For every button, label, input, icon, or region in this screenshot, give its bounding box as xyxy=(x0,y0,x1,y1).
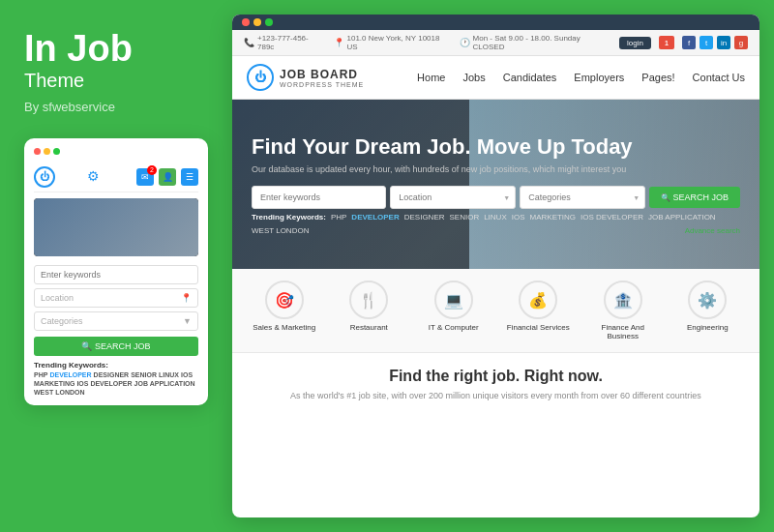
tag-designer: DESIGNER xyxy=(94,371,130,378)
tag-senior: SENIOR xyxy=(131,371,157,378)
phone-icon: 📞 xyxy=(244,38,254,47)
finance-business-label: Finance And Business xyxy=(585,323,661,340)
desktop-nav: ⏻ JOB BOARD WORDPRESS THEME Home Jobs Ca… xyxy=(232,56,759,100)
engineering-icon: ⚙️ xyxy=(688,281,727,319)
tag-west-london: WEST LONDON xyxy=(34,389,85,396)
mobile-hero-bg xyxy=(34,198,198,256)
desktop-dot-red xyxy=(242,18,250,26)
dot-red xyxy=(34,148,41,155)
mobile-logo: ⏻ xyxy=(34,166,55,188)
finance-business-icon: 🏦 xyxy=(604,281,642,319)
mobile-header xyxy=(34,148,198,155)
nav-candidates[interactable]: Candidates xyxy=(503,72,557,83)
badge-count: 2 xyxy=(147,165,157,175)
nav-home[interactable]: Home xyxy=(417,72,445,83)
sales-label: Sales & Marketing xyxy=(253,323,315,332)
dot-green xyxy=(53,148,60,155)
desktop-hero: Find Your Dream Job. Move Up Today Our d… xyxy=(232,100,759,269)
location-icon: 📍 xyxy=(334,38,344,47)
menu-icon: ☰ xyxy=(181,168,198,186)
nav-employers[interactable]: Employers xyxy=(574,72,624,83)
notification-count: 1 xyxy=(659,36,674,49)
twitter-icon[interactable]: t xyxy=(700,36,713,49)
sales-icon: 🎯 xyxy=(265,281,304,319)
mobile-trending: Trending Keywords: PHP DEVELOPER DESIGNE… xyxy=(34,361,198,396)
trend-job-application: JOB APPLICATION xyxy=(648,213,716,222)
login-button[interactable]: login xyxy=(619,37,651,49)
desktop-dot-green xyxy=(265,18,273,26)
desktop-dots xyxy=(242,18,273,26)
hero-trending: Trending Keywords: PHP DEVELOPER DESIGNE… xyxy=(252,213,740,235)
tag-linux: LINUX xyxy=(159,371,179,378)
it-label: IT & Computer xyxy=(429,323,479,332)
tag-marketing: MARKETING xyxy=(34,380,74,387)
category-sales[interactable]: 🎯 Sales & Marketing xyxy=(247,281,322,340)
category-restaurant[interactable]: 🍴 Restaurant xyxy=(332,281,407,340)
facebook-icon[interactable]: f xyxy=(682,36,696,49)
trend-developer: DEVELOPER xyxy=(351,213,399,222)
infobar-right: login 1 f t in g xyxy=(619,36,748,49)
nav-contact[interactable]: Contact Us xyxy=(693,72,745,83)
hero-background xyxy=(469,100,759,269)
mobile-keyword-input[interactable] xyxy=(34,265,198,284)
infobar-address: 📍 101.0 New York, NY 10018 US xyxy=(334,34,448,51)
hero-location-wrap xyxy=(390,186,516,209)
mobile-nav-icons: ✉ 2 👤 ☰ xyxy=(136,168,198,186)
advance-search-link[interactable]: Advance search xyxy=(685,226,740,235)
category-finance-business[interactable]: 🏦 Finance And Business xyxy=(585,281,661,340)
notification-badge: ✉ 2 xyxy=(136,168,154,186)
mobile-dots xyxy=(34,148,60,155)
desktop-bottom: Find the right job. Right now. As the wo… xyxy=(232,353,759,410)
mobile-location-input[interactable]: Location 📍 xyxy=(34,288,198,308)
brand-title: In Job xyxy=(24,29,213,70)
infobar-hours: 🕐 Mon - Sat 9.00 - 18.00. Sunday CLOSED xyxy=(460,34,609,51)
nav-jobs[interactable]: Jobs xyxy=(462,72,485,83)
mobile-preview: ⏻ ⚙ ✉ 2 👤 ☰ Location 📍 Categories ▼ xyxy=(24,138,208,405)
brand-by: By sfwebservice xyxy=(24,100,213,114)
financial-label: Financial Services xyxy=(507,323,570,332)
tag-ios: IOS xyxy=(181,371,193,378)
nav-pages[interactable]: Pages! xyxy=(641,72,674,83)
category-engineering[interactable]: ⚙️ Engineering xyxy=(670,281,746,340)
nav-logo-text: JOB BOARD WORDPRESS THEME xyxy=(280,68,364,88)
it-icon: 💻 xyxy=(434,281,473,319)
infobar-phone: 📞 +123-777-456-789c xyxy=(244,34,322,51)
desktop-categories: 🎯 Sales & Marketing 🍴 Restaurant 💻 IT & … xyxy=(232,269,759,353)
category-financial[interactable]: 💰 Financial Services xyxy=(501,281,577,340)
trend-ios: IOS xyxy=(512,213,525,222)
mobile-nav-row: ⏻ ⚙ ✉ 2 👤 ☰ xyxy=(34,163,198,192)
hero-search-button[interactable]: SEARCH JOB xyxy=(649,187,740,208)
tag-php: PHP xyxy=(34,371,47,378)
location-pin-icon: 📍 xyxy=(181,293,192,303)
trend-designer: DESIGNER xyxy=(404,213,445,222)
engineering-label: Engineering xyxy=(687,323,729,332)
tag-developer: DEVELOPER xyxy=(49,371,91,378)
mobile-search-button[interactable]: 🔍 SEARCH JOB xyxy=(34,337,198,356)
hero-category-input[interactable] xyxy=(520,186,645,209)
category-it[interactable]: 💻 IT & Computer xyxy=(416,281,491,340)
restaurant-label: Restaurant xyxy=(350,323,388,332)
brand-subtitle: Theme xyxy=(24,70,213,92)
desktop-infobar: 📞 +123-777-456-789c 📍 101.0 New York, NY… xyxy=(232,30,759,56)
chevron-down-icon: ▼ xyxy=(183,316,192,326)
trend-ios-developer: IOS DEVELOPER xyxy=(580,213,643,222)
linkedin-icon[interactable]: in xyxy=(717,36,730,49)
hero-location-input[interactable] xyxy=(390,186,516,209)
clock-icon: 🕐 xyxy=(460,38,470,47)
mobile-category-select[interactable]: Categories ▼ xyxy=(34,311,198,331)
hero-keyword-input[interactable] xyxy=(252,186,386,209)
hero-title: Find Your Dream Job. Move Up Today xyxy=(252,134,740,160)
bottom-title: Find the right job. Right now. xyxy=(252,368,740,385)
desktop-topbar xyxy=(232,15,759,30)
nav-logo-icon: ⏻ xyxy=(247,64,274,91)
restaurant-icon: 🍴 xyxy=(349,281,388,319)
nav-logo: ⏻ JOB BOARD WORDPRESS THEME xyxy=(247,64,364,91)
user-icon: 👤 xyxy=(159,168,176,186)
trend-senior: SENIOR xyxy=(450,213,480,222)
tag-ios-developer: IOS DEVELOPER xyxy=(76,380,132,387)
googleplus-icon[interactable]: g xyxy=(734,36,748,49)
trend-linux: LINUX xyxy=(484,213,507,222)
trend-west-london: WEST LONDON xyxy=(252,226,309,235)
bottom-subtitle: As the world's #1 job site, with over 20… xyxy=(252,391,740,400)
tag-job-application: JOB APPLICATION xyxy=(134,380,195,387)
